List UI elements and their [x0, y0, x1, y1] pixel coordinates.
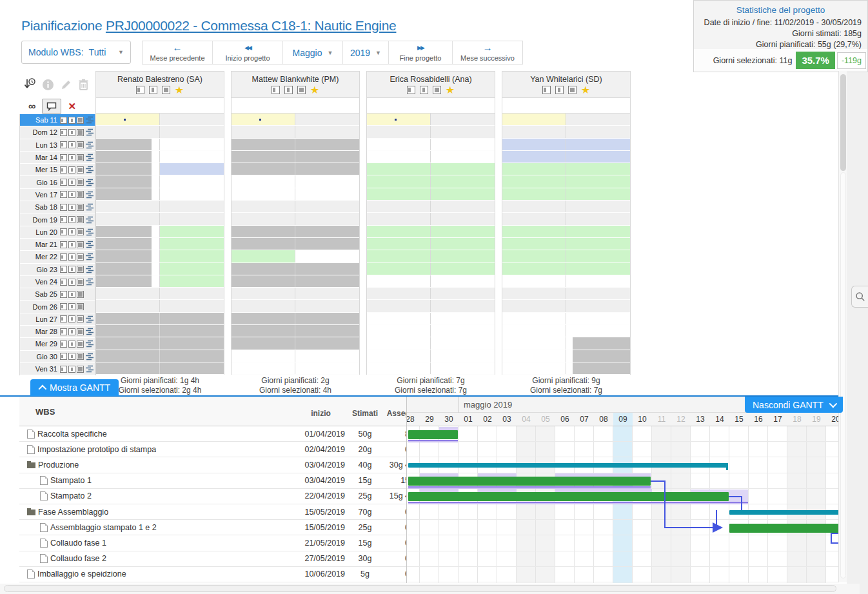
fullday-icon[interactable]	[77, 353, 84, 360]
day-cell[interactable]	[502, 226, 630, 238]
day-cell-left[interactable]	[367, 201, 431, 212]
day-cell[interactable]	[96, 163, 224, 175]
day-cell-left[interactable]	[502, 313, 566, 324]
day-cell-left[interactable]	[502, 250, 566, 262]
gantt-day-header[interactable]: 08	[594, 413, 613, 426]
day-cell[interactable]	[502, 313, 630, 325]
day-cell-left[interactable]	[367, 175, 431, 187]
day-cell-left[interactable]	[502, 263, 566, 275]
fullday-icon[interactable]	[77, 129, 84, 136]
fullday-icon[interactable]	[77, 279, 84, 286]
horizontal-scrollbar[interactable]	[0, 584, 860, 594]
gantt-day-header[interactable]: 16	[749, 413, 768, 426]
halfday-pm-icon[interactable]	[68, 341, 75, 348]
day-cell-right[interactable]	[431, 126, 495, 137]
gantt-day-header[interactable]: 28	[406, 413, 420, 426]
day-cell[interactable]	[502, 362, 630, 375]
day-cell-right[interactable]	[295, 337, 359, 349]
day-cell-left[interactable]	[232, 175, 295, 187]
day-cell[interactable]	[96, 362, 224, 375]
day-cell[interactable]	[367, 151, 495, 163]
day-cell-left[interactable]	[96, 201, 160, 212]
fullday-icon[interactable]	[77, 141, 84, 148]
day-cell-left[interactable]	[232, 201, 295, 212]
day-cell-right[interactable]	[566, 188, 630, 200]
fullday-icon[interactable]	[77, 303, 84, 310]
stimati-header[interactable]: Stimati	[346, 409, 384, 418]
fullday-icon[interactable]	[77, 154, 84, 161]
day-cell[interactable]	[367, 213, 495, 225]
day-cell-right[interactable]	[431, 213, 495, 224]
day-cell-right[interactable]	[566, 325, 630, 337]
halfday-pm-icon[interactable]	[68, 117, 75, 124]
day-cell[interactable]	[96, 275, 224, 288]
day-planning-icon[interactable]	[85, 191, 94, 199]
fullday-icon[interactable]	[77, 291, 84, 298]
day-cell[interactable]	[232, 263, 359, 275]
day-planning-icon[interactable]	[85, 241, 94, 248]
day-cell-right[interactable]	[160, 188, 224, 200]
halfday-am-icon[interactable]	[407, 86, 415, 94]
fullday-icon[interactable]	[77, 253, 84, 261]
module-wbs-select[interactable]: Modulo WBS: Tutti ▼	[21, 41, 131, 64]
day-cell-right[interactable]	[431, 175, 495, 187]
day-cell[interactable]	[502, 188, 630, 201]
day-cell-right[interactable]	[295, 126, 359, 137]
day-planning-icon[interactable]	[85, 365, 94, 373]
unassigned-row[interactable]	[502, 98, 631, 114]
unassigned-row[interactable]	[231, 98, 360, 114]
day-cell-right[interactable]	[160, 362, 224, 374]
day-cell-right[interactable]	[160, 300, 224, 312]
day-cell-right[interactable]	[160, 126, 224, 137]
day-cell-right[interactable]	[295, 300, 359, 312]
day-cell-right[interactable]	[431, 325, 495, 337]
day-cell-left[interactable]	[96, 362, 160, 374]
day-cell-left[interactable]	[96, 238, 160, 250]
day-cell-left[interactable]	[232, 226, 295, 237]
gantt-day-header[interactable]: 29	[420, 413, 439, 426]
day-cell-right[interactable]	[431, 263, 495, 275]
day-cell[interactable]	[367, 300, 495, 312]
halfday-pm-icon[interactable]	[68, 315, 75, 322]
day-cell[interactable]	[232, 300, 359, 312]
year-select[interactable]: 2019 ▼	[343, 41, 389, 64]
day-cell-right[interactable]	[431, 226, 495, 237]
gantt-task-bar[interactable]	[408, 492, 729, 501]
day-cell-left[interactable]	[367, 126, 431, 137]
day-cell-left[interactable]	[232, 300, 295, 312]
day-cell[interactable]	[367, 275, 495, 288]
gantt-day-header[interactable]: 17	[768, 413, 787, 426]
fullday-icon[interactable]	[297, 86, 306, 94]
day-cell-right[interactable]	[160, 151, 224, 163]
day-cell[interactable]	[367, 337, 495, 350]
fullday-icon[interactable]	[77, 179, 84, 186]
day-cell-right[interactable]	[160, 139, 224, 150]
gantt-day-header[interactable]: 18	[787, 413, 807, 426]
next-month-button[interactable]: → Mese successivo	[453, 41, 522, 64]
sort-order-icon[interactable]	[23, 77, 36, 92]
day-cell-left[interactable]	[502, 163, 566, 175]
day-planning-icon[interactable]	[85, 166, 94, 173]
day-cell-left[interactable]	[502, 275, 566, 287]
gantt-day-header[interactable]: 15	[729, 413, 749, 426]
fullday-icon[interactable]	[162, 86, 170, 94]
day-cell[interactable]	[502, 300, 630, 312]
day-cell[interactable]	[367, 139, 495, 151]
day-cell-left[interactable]	[502, 188, 566, 200]
day-cell-left[interactable]	[232, 275, 295, 287]
day-cell[interactable]	[232, 250, 359, 262]
day-cell-right[interactable]	[160, 201, 224, 212]
halfday-pm-icon[interactable]	[68, 353, 75, 360]
day-cell-right[interactable]	[566, 226, 630, 237]
day-cell[interactable]	[502, 337, 630, 350]
day-cell-right[interactable]	[566, 139, 630, 150]
day-cell-left[interactable]	[96, 163, 160, 175]
day-cell-left[interactable]	[502, 151, 566, 163]
day-planning-icon[interactable]	[85, 116, 94, 124]
day-cell-left[interactable]	[367, 362, 431, 374]
day-planning-icon[interactable]	[85, 203, 94, 211]
fullday-icon[interactable]	[77, 341, 84, 348]
day-cell-left[interactable]	[367, 238, 431, 250]
day-cell-left[interactable]	[96, 275, 160, 287]
day-planning-icon[interactable]	[85, 328, 94, 335]
